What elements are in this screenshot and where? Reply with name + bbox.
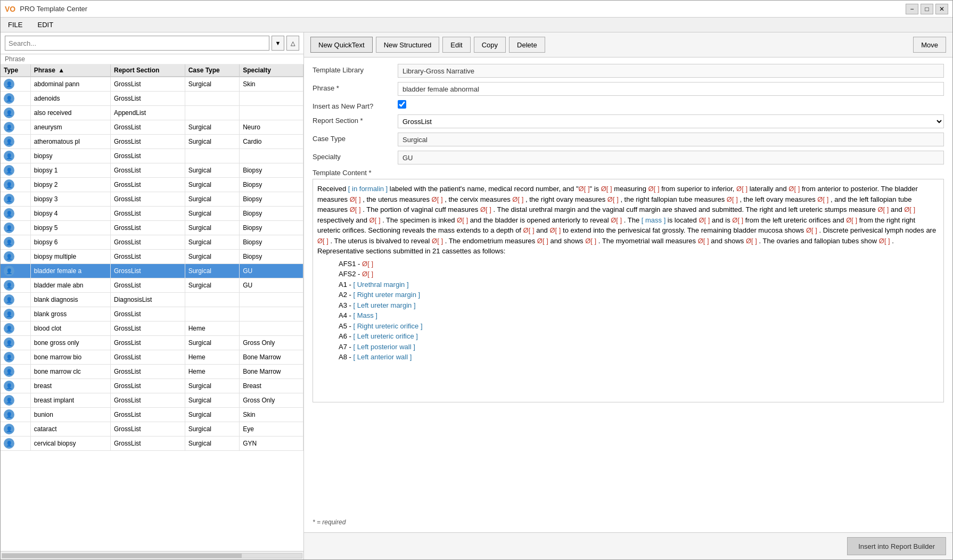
cell-case-type: Surgical: [185, 135, 239, 149]
cell-specialty: Biopsy: [240, 178, 303, 192]
table-row[interactable]: 👤biopsy 1GrossListSurgicalBiopsy: [1, 163, 303, 178]
table-row[interactable]: 👤aneurysmGrossListSurgicalNeuro: [1, 120, 303, 135]
table-row[interactable]: 👤breast implantGrossListSurgicalGross On…: [1, 393, 303, 408]
table-row[interactable]: 👤bladder female aGrossListSurgicalGU: [1, 264, 303, 278]
table-row[interactable]: 👤bone marrow bioGrossListHemeBone Marrow: [1, 350, 303, 365]
person-icon: 👤: [4, 251, 14, 262]
template-library-label: Template Library: [313, 64, 398, 74]
table-row[interactable]: 👤also receivedAppendList: [1, 106, 303, 120]
cell-case-type: Surgical: [185, 422, 239, 437]
table-row[interactable]: 👤biopsy 6GrossListSurgicalBiopsy: [1, 235, 303, 250]
specialty-text: GU: [402, 154, 413, 162]
cell-report-section: GrossList: [110, 192, 185, 207]
template-field: [ Left ureteric orifice ]: [353, 332, 417, 340]
specialty-label: Specialty: [313, 151, 398, 161]
table-row[interactable]: 👤biopsy 3GrossListSurgicalBiopsy: [1, 192, 303, 207]
cell-report-section: GrossList: [110, 365, 185, 379]
table-row[interactable]: 👤bladder male abnGrossListSurgicalGU: [1, 278, 303, 293]
new-structured-button[interactable]: New Structured: [376, 37, 440, 53]
person-icon: 👤: [4, 381, 14, 391]
cell-report-section: GrossList: [110, 163, 185, 178]
h-scroll-thumb[interactable]: [2, 554, 242, 558]
cell-type: 👤: [1, 221, 30, 235]
edit-button[interactable]: Edit: [442, 37, 470, 53]
delete-button[interactable]: Delete: [509, 37, 545, 53]
cell-specialty: Skin: [240, 77, 303, 92]
table-row[interactable]: 👤atheromatous plGrossListSurgicalCardio: [1, 135, 303, 149]
insert-new-part-checkbox[interactable]: [398, 100, 406, 109]
table-row[interactable]: 👤blank grossGrossList: [1, 307, 303, 322]
cell-type: 👤: [1, 278, 30, 293]
cell-phrase: blank gross: [30, 307, 110, 322]
template-library-row: Template Library Library-Gross Narrative: [313, 64, 944, 78]
cell-case-type: Heme: [185, 322, 239, 336]
table-row[interactable]: 👤cervical biopsyGrossListSurgicalGYN: [1, 437, 303, 451]
col-report-section[interactable]: Report Section: [110, 64, 185, 77]
table-row[interactable]: 👤breastGrossListSurgicalBreast: [1, 379, 303, 393]
table-row[interactable]: 👤biopsy multipleGrossListSurgicalBiopsy: [1, 250, 303, 264]
cell-phrase: adenoids: [30, 92, 110, 106]
template-content-box[interactable]: Received [ in formalin ] labeled with th…: [313, 179, 944, 402]
minimize-button[interactable]: −: [906, 4, 918, 14]
cell-case-type: Heme: [185, 365, 239, 379]
table-row[interactable]: 👤bone gross onlyGrossListSurgicalGross O…: [1, 336, 303, 350]
table-row[interactable]: 👤adenoidsGrossList: [1, 92, 303, 106]
cell-report-section: GrossList: [110, 437, 185, 451]
col-case-type[interactable]: Case Type: [185, 64, 239, 77]
insert-into-report-builder-button[interactable]: Insert into Report Builder: [847, 537, 946, 555]
template-variable: Ø[ ]: [648, 185, 660, 193]
close-button[interactable]: ✕: [935, 4, 948, 14]
table-row[interactable]: 👤biopsy 2GrossListSurgicalBiopsy: [1, 178, 303, 192]
cell-type: 👤: [1, 422, 30, 437]
search-filter-button[interactable]: ▼: [272, 36, 284, 51]
cell-type: 👤: [1, 178, 30, 192]
template-library-text: Library-Gross Narrative: [402, 67, 474, 75]
report-section-select[interactable]: GrossList: [398, 114, 944, 128]
cell-type: 👤: [1, 120, 30, 135]
menu-edit[interactable]: EDIT: [34, 20, 56, 30]
table-row[interactable]: 👤biopsyGrossList: [1, 149, 303, 163]
search-input[interactable]: [5, 36, 269, 51]
table-row[interactable]: 👤blank diagnosisDiagnosisList: [1, 293, 303, 307]
template-variable: Ø[ ]: [350, 205, 361, 213]
cell-specialty: Biopsy: [240, 235, 303, 250]
copy-button[interactable]: Copy: [474, 37, 506, 53]
move-button[interactable]: Move: [913, 37, 946, 53]
phrase-value[interactable]: bladder female abnormal: [398, 82, 944, 96]
cell-case-type: Surgical: [185, 207, 239, 221]
insert-new-part-label: Insert as New Part?: [313, 100, 398, 110]
cell-phrase: bone marrow bio: [30, 350, 110, 365]
table-row[interactable]: 👤biopsy 5GrossListSurgicalBiopsy: [1, 221, 303, 235]
table-row[interactable]: 👤blood clotGrossListHeme: [1, 322, 303, 336]
table-row[interactable]: 👤bunionGrossListSurgicalSkin: [1, 408, 303, 422]
cell-case-type: Surgical: [185, 221, 239, 235]
insert-new-part-checkbox-area: [398, 100, 406, 109]
h-scroll-track[interactable]: [2, 553, 302, 558]
table-row[interactable]: 👤cataractGrossListSurgicalEye: [1, 422, 303, 437]
cell-case-type: Surgical: [185, 178, 239, 192]
cell-report-section: GrossList: [110, 379, 185, 393]
cell-case-type: [185, 307, 239, 322]
cassette-line: A2 - [ Right ureter margin ]: [317, 290, 939, 300]
cell-case-type: Surgical: [185, 163, 239, 178]
col-specialty[interactable]: Specialty: [240, 64, 303, 77]
horizontal-scrollbar[interactable]: [1, 551, 303, 559]
table-row[interactable]: 👤bone marrow clcGrossListHemeBone Marrow: [1, 365, 303, 379]
new-quicktext-button[interactable]: New QuickText: [310, 37, 373, 53]
restore-button[interactable]: □: [921, 4, 933, 14]
person-icon: 👤: [4, 208, 14, 219]
table-row[interactable]: 👤abdominal pannGrossListSurgicalSkin: [1, 77, 303, 92]
cassette-line: A6 - [ Left ureteric orifice ]: [317, 331, 939, 342]
phrase-filter-label: Phrase: [1, 54, 303, 64]
person-icon: 👤: [4, 309, 14, 319]
col-phrase[interactable]: Phrase ▲: [30, 64, 110, 77]
table-row[interactable]: 👤biopsy 4GrossListSurgicalBiopsy: [1, 207, 303, 221]
person-icon: 👤: [4, 424, 14, 434]
cell-phrase: biopsy 2: [30, 178, 110, 192]
title-bar-left: VO PRO Template Center: [5, 5, 87, 13]
search-options-button[interactable]: △: [286, 36, 299, 51]
cell-report-section: GrossList: [110, 422, 185, 437]
cell-report-section: GrossList: [110, 235, 185, 250]
menu-file[interactable]: FILE: [5, 20, 26, 30]
cell-type: 👤: [1, 365, 30, 379]
